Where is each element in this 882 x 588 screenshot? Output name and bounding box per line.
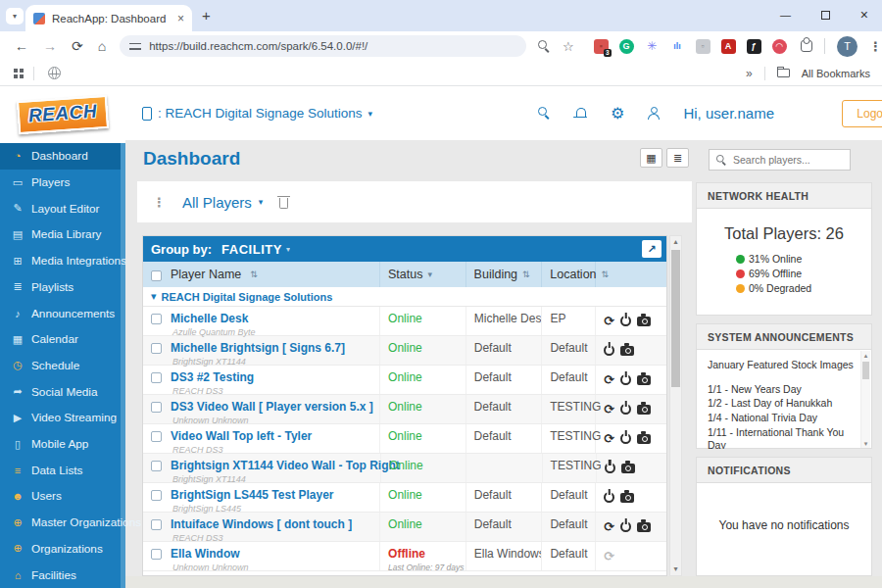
screenshot-camera-icon[interactable]	[637, 434, 651, 444]
power-icon[interactable]	[605, 463, 615, 473]
player-name-link[interactable]: Michelle Brightsign [ Signs 6.7]	[171, 341, 345, 355]
new-tab-button[interactable]: +	[202, 7, 211, 24]
sidebar-item-schedule[interactable]: ◷Schedule	[0, 353, 121, 379]
sidebar-item-players[interactable]: ▭Players	[0, 170, 121, 196]
player-name-link[interactable]: BrightSign LS445 Test Player	[171, 488, 334, 502]
bookmarks-overflow-icon[interactable]: »	[746, 67, 753, 80]
power-icon[interactable]	[620, 433, 631, 444]
refresh-icon[interactable]: ⟳	[604, 315, 614, 327]
search-icon[interactable]	[538, 40, 551, 53]
row-checkbox[interactable]	[151, 314, 162, 324]
refresh-icon[interactable]: ⟳	[604, 403, 614, 416]
header-search-icon[interactable]	[538, 107, 551, 120]
table-scrollbar[interactable]: ▴ ▾	[669, 235, 682, 576]
extensions-puzzle-icon[interactable]	[801, 40, 813, 52]
row-checkbox[interactable]	[151, 519, 162, 530]
extension-icon-2[interactable]: G	[619, 39, 634, 54]
column-player-name[interactable]: Player Name⇅	[143, 262, 380, 287]
power-icon[interactable]	[604, 492, 614, 503]
scroll-down-icon[interactable]: ▾	[670, 564, 681, 575]
browser-menu-icon[interactable]: ⋮	[869, 39, 882, 54]
screenshot-camera-icon[interactable]	[637, 375, 651, 385]
settings-gear-icon[interactable]: ⚙	[611, 106, 624, 122]
grid-view-icon[interactable]: ▦	[640, 148, 662, 168]
row-checkbox[interactable]	[151, 402, 162, 413]
power-icon[interactable]	[604, 345, 614, 356]
sidebar-item-dashboard[interactable]: ◔Dashboard	[0, 143, 121, 170]
all-bookmarks-label[interactable]: All Bookmarks	[802, 68, 870, 79]
extension-icon-1[interactable]: ▪3	[594, 39, 609, 54]
user-profile-icon[interactable]	[648, 107, 660, 120]
sidebar-item-layout-editor[interactable]: ✎Layout Editor	[0, 195, 121, 221]
home-icon[interactable]: ⌂	[98, 38, 106, 54]
apps-grid-icon[interactable]	[14, 69, 18, 73]
sidebar-item-data-lists[interactable]: ≡Data Lists	[0, 457, 121, 483]
sidebar-item-video-streaming[interactable]: ▶Video Streaming	[0, 405, 121, 431]
sidebar-item-facilities[interactable]: ⌂Facilities	[0, 562, 121, 588]
column-building[interactable]: Building⇅	[466, 262, 543, 287]
extension-icon-4[interactable]: ılı	[670, 39, 685, 54]
refresh-icon[interactable]: ⟳	[604, 550, 614, 563]
sidebar-item-master-organizations[interactable]: ⊕Master Organizations	[0, 510, 121, 536]
row-checkbox[interactable]	[151, 490, 162, 501]
tab-search-button[interactable]: ▾	[6, 8, 24, 24]
row-checkbox[interactable]	[151, 431, 162, 442]
trash-icon[interactable]	[278, 196, 289, 209]
column-status[interactable]: Status▾	[380, 262, 466, 287]
screenshot-camera-icon[interactable]	[621, 464, 635, 473]
sidebar-item-mobile-app[interactable]: ▯Mobile App	[0, 431, 121, 458]
screenshot-camera-icon[interactable]	[637, 405, 651, 415]
scrollbar-thumb[interactable]	[671, 250, 680, 387]
row-checkbox[interactable]	[151, 343, 162, 354]
refresh-icon[interactable]: ⟳	[604, 373, 614, 386]
extension-icon-3[interactable]: ✳	[645, 39, 660, 54]
sidebar-item-calendar[interactable]: ▦Calendar	[0, 326, 121, 353]
screenshot-camera-icon[interactable]	[620, 493, 634, 503]
power-icon[interactable]	[620, 521, 631, 532]
scroll-down-icon[interactable]: ▾	[861, 439, 870, 448]
tab-close-icon[interactable]: ×	[177, 12, 184, 25]
player-filter-dropdown[interactable]: All Players ▾	[182, 194, 263, 211]
column-location[interactable]: Location⇅	[542, 262, 596, 287]
player-name-link[interactable]: Video Wall Top left - Tyler	[171, 429, 312, 443]
scroll-up-icon[interactable]: ▴	[861, 351, 870, 360]
screenshot-camera-icon[interactable]	[637, 317, 651, 326]
close-icon[interactable]: ×	[860, 7, 868, 23]
logout-button[interactable]: Logout	[842, 100, 882, 127]
sidebar-item-social-media[interactable]: ➦Social Media	[0, 378, 121, 405]
bookmark-globe-icon[interactable]	[48, 67, 61, 79]
select-all-checkbox[interactable]	[151, 270, 162, 281]
announcements-scrollbar[interactable]: ▴ ▾	[860, 351, 870, 448]
back-icon[interactable]: ←	[15, 38, 28, 54]
row-checkbox[interactable]	[151, 461, 162, 471]
sidebar-item-organizations[interactable]: ⊕Organizations	[0, 536, 121, 563]
power-icon[interactable]	[620, 404, 631, 415]
player-name-link[interactable]: Intuiface Windows [ dont touch ]	[171, 517, 352, 531]
row-checkbox[interactable]	[151, 549, 162, 560]
sidebar-item-users[interactable]: ☻Users	[0, 483, 121, 510]
site-settings-icon[interactable]	[129, 42, 141, 51]
sidebar-item-media-library[interactable]: ▤Media Library	[0, 221, 121, 248]
refresh-icon[interactable]: ⟳	[604, 432, 614, 445]
screenshot-camera-icon[interactable]	[637, 522, 651, 532]
scroll-up-icon[interactable]: ▴	[670, 236, 681, 248]
profile-avatar[interactable]: T	[837, 36, 858, 57]
search-players-input[interactable]	[733, 154, 844, 166]
group-by-value[interactable]: FACILITY	[221, 242, 282, 257]
player-name-link[interactable]: Brightsign XT1144 Video Wall - Top Right	[171, 459, 400, 472]
address-bar[interactable]: https://build.reachcm.com/spark/6.54.0.0…	[120, 35, 526, 57]
screenshot-camera-icon[interactable]	[620, 346, 634, 356]
sidebar-item-announcements[interactable]: ♪Announcements	[0, 300, 121, 326]
kebab-menu-icon[interactable]: ⋮	[153, 195, 165, 210]
browser-tab[interactable]: ReachApp: Dashboard ×	[25, 5, 192, 31]
group-row[interactable]: ▾ REACH Digital Signage Solutions	[143, 287, 666, 307]
expand-table-icon[interactable]: ↗	[642, 240, 662, 258]
minimize-icon[interactable]: —	[780, 9, 791, 21]
player-name-link[interactable]: DS3 Video Wall [ Player version 5.x ]	[171, 400, 373, 414]
player-name-link[interactable]: DS3 #2 Testing	[171, 370, 254, 384]
maximize-icon[interactable]	[821, 11, 830, 20]
extension-icon-8[interactable]: ◠	[772, 39, 787, 54]
extension-icon-6[interactable]: A	[721, 39, 736, 54]
refresh-icon[interactable]: ⟳	[604, 520, 614, 533]
power-icon[interactable]	[620, 316, 631, 326]
